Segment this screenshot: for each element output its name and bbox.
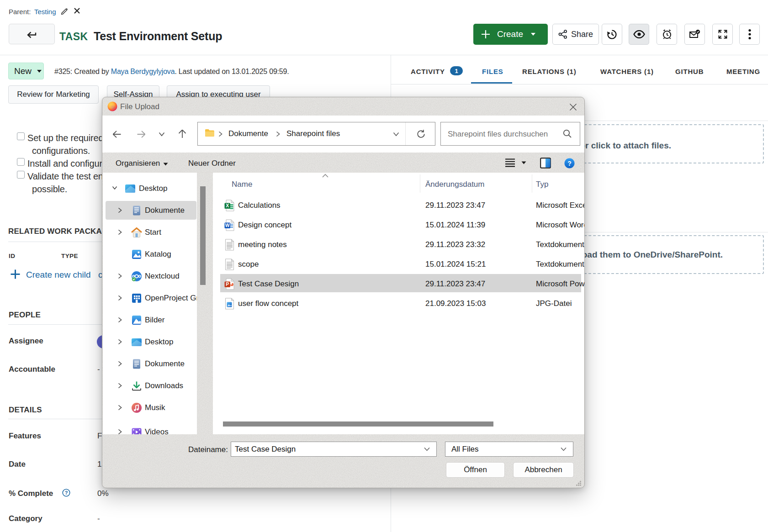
tab-activity[interactable]: ACTIVITY <box>411 68 445 75</box>
cancel-button[interactable]: Abbrechen <box>513 462 574 478</box>
chevron-collapsed-icon[interactable] <box>118 405 122 411</box>
sort-ascending-icon[interactable] <box>322 174 329 178</box>
author-link[interactable]: Maya Berdygylyjova <box>111 68 175 75</box>
column-separator[interactable] <box>532 174 532 193</box>
preview-pane-icon[interactable] <box>540 158 551 169</box>
checkbox[interactable] <box>17 171 25 179</box>
desktop-icon <box>131 337 142 348</box>
nav-back-icon[interactable] <box>112 129 122 139</box>
accountable-value[interactable]: - <box>97 365 100 374</box>
breadcrumb-dokumente[interactable]: Dokumente <box>228 129 268 138</box>
filename-input[interactable]: Test Case Design <box>231 442 437 457</box>
file-date: 15.01.2024 15:21 <box>425 260 486 269</box>
file-row-design-concept[interactable]: W Design concept 15.01.2024 11:39 Micros… <box>213 216 584 235</box>
tab-watchers[interactable]: WATCHERS (1) <box>600 68 654 75</box>
view-caret-icon[interactable] <box>521 161 526 164</box>
tab-github[interactable]: GITHUB <box>675 68 704 75</box>
more-button[interactable] <box>739 24 760 45</box>
tree-item-videos[interactable]: Videos <box>103 423 197 434</box>
share-button[interactable]: Share <box>552 24 599 45</box>
related-col-id: ID <box>9 253 15 259</box>
chevron-collapsed-icon[interactable] <box>118 361 122 367</box>
view-list-icon[interactable] <box>505 158 515 168</box>
tree-item-openproject[interactable]: OpenProject GmbH <box>103 289 197 307</box>
column-separator[interactable] <box>420 174 420 193</box>
back-button[interactable] <box>9 24 55 44</box>
status-button[interactable]: New <box>8 63 44 79</box>
file-row-calculations[interactable]: X Calculations 29.11.2023 23:47 Microsof… <box>213 196 584 215</box>
nav-recent-chevron-icon[interactable] <box>159 132 165 137</box>
chevron-collapsed-icon[interactable] <box>118 207 122 213</box>
nav-forward-icon[interactable] <box>136 129 146 139</box>
tree-item-nextcloud[interactable]: Nextcloud <box>103 267 197 285</box>
tree-scrollbar[interactable] <box>200 186 206 285</box>
file-list: Name Änderungsdatum Typ X Calculations 2… <box>213 173 584 434</box>
column-header-date[interactable]: Änderungsdatum <box>425 180 484 189</box>
review-for-marketing-button[interactable]: Review for Marketing <box>8 85 99 104</box>
chevron-collapsed-icon[interactable] <box>118 429 122 434</box>
reminder-button[interactable] <box>657 24 677 45</box>
share-button-label: Share <box>571 30 593 39</box>
checkbox[interactable] <box>17 132 25 140</box>
organize-menu[interactable]: Organisieren <box>116 159 160 168</box>
column-header-type[interactable]: Typ <box>536 180 548 189</box>
features-value[interactable]: F <box>97 432 102 441</box>
tree-item-bilder[interactable]: Bilder <box>103 311 197 329</box>
address-dropdown-icon[interactable] <box>393 132 399 137</box>
nav-up-icon[interactable] <box>177 129 187 139</box>
horizontal-scrollbar[interactable] <box>223 421 493 427</box>
filetype-value: All Files <box>451 445 479 454</box>
history-button[interactable] <box>602 24 622 45</box>
file-row-user-flow-concept[interactable]: user flow concept 21.09.2023 15:03 JPG-D… <box>213 294 584 313</box>
chevron-collapsed-icon[interactable] <box>118 295 122 301</box>
tree-item-dokumente-2[interactable]: Dokumente <box>103 355 197 373</box>
open-button[interactable]: Öffnen <box>446 462 505 478</box>
date-label: Date <box>9 460 26 469</box>
tree-item-dokumente[interactable]: Dokumente <box>103 201 197 220</box>
chevron-collapsed-icon[interactable] <box>118 229 122 235</box>
combo-chevron-icon[interactable] <box>424 447 430 451</box>
remove-parent-icon[interactable] <box>74 7 80 14</box>
breadcrumb-sharepoint-files[interactable]: Sharepoint files <box>286 129 340 138</box>
create-new-child-link[interactable]: Create new child <box>26 270 91 280</box>
chevron-collapsed-icon[interactable] <box>118 317 122 323</box>
notify-button[interactable] <box>684 24 705 45</box>
edit-parent-icon[interactable] <box>61 7 69 15</box>
refresh-icon[interactable] <box>416 129 426 139</box>
tree-item-musik[interactable]: Musik <box>103 399 197 417</box>
new-folder-button[interactable]: Neuer Ordner <box>188 159 236 168</box>
fullscreen-button[interactable] <box>712 24 733 45</box>
mail-check-icon <box>689 29 701 39</box>
tab-files[interactable]: FILES <box>482 68 503 75</box>
tree-item-start[interactable]: Start <box>103 223 197 242</box>
chevron-collapsed-icon[interactable] <box>118 339 122 345</box>
file-row-test-case-design[interactable]: P Test Case Design 29.11.2023 23:47 Micr… <box>213 274 584 294</box>
column-header-name[interactable]: Name <box>232 180 252 189</box>
search-box[interactable]: Sharepoint files durchsuchen <box>440 122 580 146</box>
tree-item-katalog[interactable]: Katalog <box>103 245 197 263</box>
date-value[interactable]: 1 <box>97 460 101 469</box>
chevron-collapsed-icon[interactable] <box>118 273 122 279</box>
parent-link[interactable]: Testing <box>34 8 56 16</box>
watch-button[interactable] <box>629 24 649 45</box>
tree-item-downloads[interactable]: Downloads <box>103 377 197 395</box>
checkbox[interactable] <box>17 158 25 166</box>
category-value[interactable]: - <box>97 514 100 523</box>
complete-value[interactable]: 0% <box>97 489 109 498</box>
dialog-help-icon[interactable]: ? <box>564 158 575 169</box>
tree-item-desktop-root[interactable]: Desktop <box>103 179 197 198</box>
dialog-close-icon[interactable] <box>568 102 577 111</box>
file-row-scope[interactable]: scope 15.01.2024 15:21 Textdokument <box>213 255 584 274</box>
chevron-expanded-icon[interactable] <box>112 186 117 190</box>
chevron-collapsed-icon[interactable] <box>118 383 122 389</box>
tree-item-desktop[interactable]: Desktop <box>103 333 197 351</box>
create-button[interactable]: Create <box>473 24 548 45</box>
file-row-meeting-notes[interactable]: meeting notes 29.11.2023 23:32 Textdokum… <box>213 235 584 254</box>
resize-grip[interactable] <box>575 480 582 486</box>
help-icon[interactable]: ? <box>62 489 70 497</box>
tab-relations[interactable]: RELATIONS (1) <box>522 68 576 75</box>
filetype-select[interactable]: All Files <box>445 442 573 457</box>
combo-chevron-icon[interactable] <box>561 447 567 451</box>
tab-meeting[interactable]: MEETING <box>726 68 760 75</box>
svg-text:?: ? <box>65 490 68 495</box>
